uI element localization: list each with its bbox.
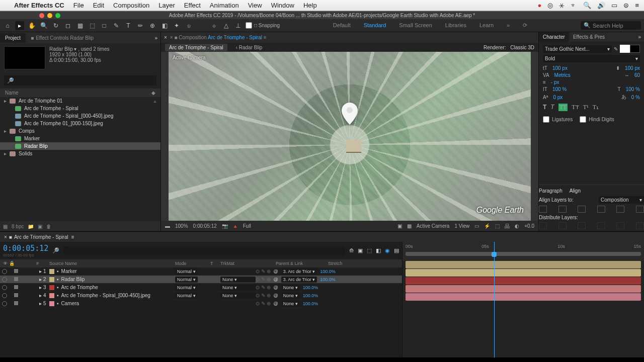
align-vcenter-button[interactable] <box>616 206 624 213</box>
delete-icon[interactable]: 🗑 <box>46 224 51 229</box>
vscale-value[interactable]: 100 % <box>552 86 567 92</box>
twirl-icon[interactable]: ▸ <box>39 268 42 274</box>
twirl-icon[interactable]: ▸ <box>39 293 42 298</box>
interpret-footage-icon[interactable]: ▦ <box>3 224 8 229</box>
brush-tool-icon[interactable]: ✏ <box>136 21 145 30</box>
solo-toggle[interactable] <box>9 293 13 298</box>
visibility-toggle[interactable] <box>2 285 7 290</box>
layer-color-swatch[interactable] <box>49 285 54 290</box>
eraser-tool-icon[interactable]: ◧ <box>160 21 169 30</box>
layer-duration-bar[interactable] <box>406 277 641 285</box>
project-column-header[interactable]: Name ◆ <box>0 88 160 97</box>
align-to-dropdown[interactable]: Composition▾ <box>599 196 644 204</box>
clone-tool-icon[interactable]: ⊕ <box>148 21 157 30</box>
asset-thumbnail[interactable] <box>4 46 45 69</box>
project-item[interactable]: ▸Arc de Triomphe 01⟁ <box>0 97 160 105</box>
parent-dropdown[interactable]: 3. Arc de Trior ▾ <box>281 268 317 275</box>
channels-icon[interactable]: ▲ <box>233 223 238 229</box>
lock-toggle[interactable] <box>14 293 18 297</box>
transparency-grid-icon[interactable]: ▦ <box>407 223 412 229</box>
panel-menu-icon[interactable]: » <box>635 34 644 40</box>
workspace-chevrons-icon[interactable]: » <box>507 22 510 29</box>
align-hcenter-button[interactable] <box>558 206 567 213</box>
status-control-icon[interactable]: ⊜ <box>623 2 629 10</box>
axis-world-icon[interactable]: △ <box>221 21 230 30</box>
motion-blur-icon[interactable]: ◉ <box>385 247 390 254</box>
subscript-button[interactable]: T₁ <box>593 104 599 111</box>
layer-duration-bar[interactable] <box>406 269 641 277</box>
twirl-icon[interactable]: ▸ <box>39 301 42 306</box>
breadcrumb-precomp[interactable]: ‹ Radar Blip <box>232 44 267 51</box>
blend-mode-dropdown[interactable]: Normal ▾ <box>175 268 198 275</box>
solo-toggle[interactable] <box>9 301 13 306</box>
exposure-value[interactable]: +0.0 <box>524 223 534 229</box>
rect-tool-icon[interactable]: □ <box>100 21 109 30</box>
workspace-default[interactable]: Default <box>333 22 351 29</box>
parent-dropdown[interactable]: None ▾ <box>281 301 300 307</box>
project-item[interactable]: Marker <box>0 135 160 142</box>
solo-toggle[interactable] <box>9 285 13 290</box>
tracking-value[interactable]: 60 <box>634 72 640 78</box>
layer-row[interactable]: ▸ 3 ▪Arc de Triomphe Normal ▾ None ▾ ⊙ ✎… <box>0 284 402 292</box>
twirl-icon[interactable]: ▸ <box>39 277 42 282</box>
status-menu-icon[interactable]: ≡ <box>635 2 639 10</box>
tab-project[interactable]: Project <box>0 33 26 43</box>
project-item[interactable]: Arc de Triomphe 01_[000-150].jpeg <box>0 120 160 127</box>
parent-pickwhip-icon[interactable]: @ <box>274 277 278 282</box>
layer-duration-bar[interactable] <box>406 285 641 293</box>
panel-menu-icon[interactable]: » <box>151 35 160 41</box>
project-item[interactable]: ▸Comps <box>0 127 160 135</box>
layer-duration-bar[interactable] <box>406 293 641 301</box>
smallcaps-button[interactable]: Tᴛ <box>572 104 579 111</box>
parent-pickwhip-icon[interactable]: @ <box>274 293 278 298</box>
workspace-standard[interactable]: Standard <box>364 22 386 29</box>
kerning-value[interactable]: Metrics <box>554 72 571 78</box>
tab-align[interactable]: Align <box>570 188 581 194</box>
workspace-libraries[interactable]: Libraries <box>445 22 466 29</box>
align-top-button[interactable] <box>597 206 605 213</box>
roto-tool-icon[interactable]: ✦ <box>172 21 181 30</box>
baseline-value[interactable]: 0 px <box>553 95 562 100</box>
blend-mode-dropdown[interactable]: Normal ▾ <box>175 277 198 283</box>
allcaps-button[interactable]: TT <box>558 104 568 111</box>
tsume-value[interactable]: 0 % <box>631 95 640 100</box>
switches-icon[interactable]: ⊙ ✎ ⊕ <box>256 293 271 298</box>
orbit-tool-icon[interactable]: ↻ <box>51 21 60 30</box>
project-item[interactable]: ▸Solids <box>0 150 160 157</box>
timeline-icon[interactable]: ⬚ <box>495 223 500 229</box>
reset-exposure-icon[interactable]: ◐ <box>515 223 519 229</box>
camera-tool-icon[interactable]: ▦ <box>75 21 85 30</box>
workspace-reset-icon[interactable]: ⟳ <box>523 22 527 29</box>
parent-pickwhip-icon[interactable]: @ <box>274 301 278 306</box>
column-menu-icon[interactable]: ◆ <box>151 90 155 96</box>
tab-character[interactable]: Character <box>539 32 569 42</box>
align-right-button[interactable] <box>578 206 586 213</box>
font-family-dropdown[interactable]: Trade Gothic Next...▾ <box>543 45 612 53</box>
parent-dropdown[interactable]: None ▾ <box>281 293 300 299</box>
time-ruler[interactable]: 00s 05s 10s 15s <box>403 242 644 261</box>
workspace-small[interactable]: Small Screen <box>399 22 432 29</box>
hide-shy-icon[interactable]: ⬚ <box>367 247 372 254</box>
layer-columns-header[interactable]: 👁 🔒#Source NameModeTTrkMatParent & LinkS… <box>0 259 402 267</box>
new-folder-icon[interactable]: 📁 <box>28 224 34 229</box>
faux-italic-button[interactable]: T <box>550 104 554 111</box>
bpc-toggle[interactable]: 8 bpc <box>12 224 24 229</box>
parent-pickwhip-icon[interactable]: @ <box>274 269 278 274</box>
status-wifi-icon[interactable]: ᯤ <box>571 2 577 10</box>
timeline-search-input[interactable] <box>63 246 345 255</box>
selection-tool-icon[interactable]: ▸ <box>15 21 24 30</box>
twirl-icon[interactable]: ▸ <box>4 98 7 104</box>
parent-pickwhip-icon[interactable]: @ <box>274 285 278 290</box>
status-record-icon[interactable]: ● <box>538 2 542 10</box>
lock-toggle[interactable] <box>14 285 18 289</box>
layer-color-swatch[interactable] <box>49 277 54 282</box>
composition-viewport[interactable]: Active Camera Google Earth <box>161 52 538 221</box>
hscale-value[interactable]: 100 % <box>626 86 640 92</box>
tab-paragraph[interactable]: Paragraph <box>539 188 562 194</box>
type-tool-icon[interactable]: T <box>124 21 133 30</box>
menu-file[interactable]: File <box>73 2 84 9</box>
menu-window[interactable]: Window <box>271 2 294 9</box>
new-comp-icon[interactable]: ▣ <box>38 224 42 229</box>
pen-tool-icon[interactable]: ✎ <box>112 21 121 30</box>
comp-flow-icon[interactable]: 品 <box>505 223 510 230</box>
